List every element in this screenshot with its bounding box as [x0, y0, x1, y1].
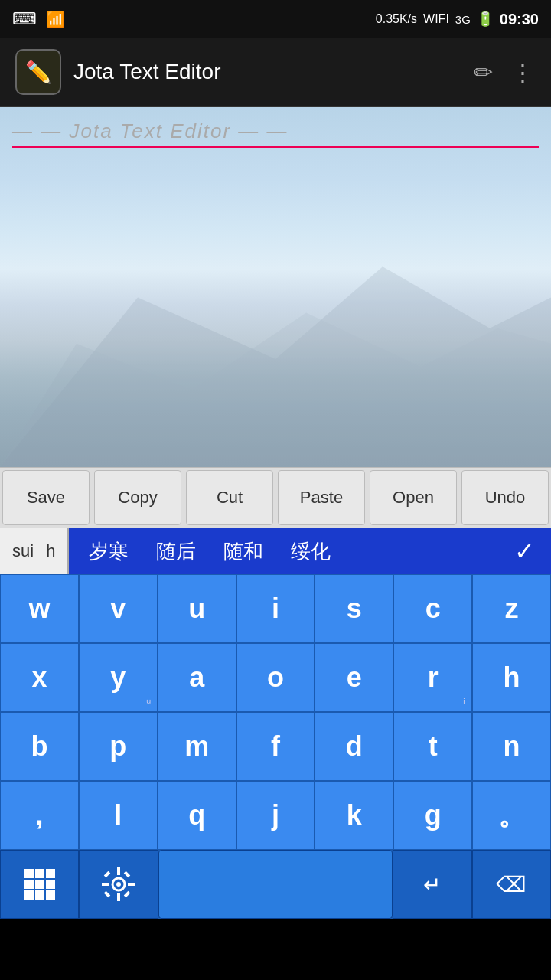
- key-k[interactable]: k: [315, 781, 393, 850]
- time-display: 09:30: [500, 11, 539, 28]
- svg-rect-6: [35, 880, 44, 889]
- key-row-0: wvuiscz: [0, 574, 551, 643]
- key-p[interactable]: p: [79, 712, 158, 781]
- toolbar-btn-copy[interactable]: Copy: [94, 470, 181, 525]
- mountain-illustration: [0, 251, 551, 467]
- battery-icon: 🔋: [477, 11, 494, 28]
- network-type: 3G: [455, 13, 471, 26]
- svg-point-12: [116, 882, 121, 887]
- svg-rect-4: [46, 869, 55, 878]
- svg-rect-2: [24, 869, 34, 878]
- keyboard-backspace-button[interactable]: ⌫: [472, 850, 551, 919]
- key-x[interactable]: x: [0, 643, 79, 712]
- editor-area[interactable]: — — Jota Text Editor — —: [0, 107, 551, 467]
- pinyin-seg-1: sui: [12, 541, 34, 561]
- keyboard-bottom-row: ↵ ⌫: [0, 850, 551, 919]
- toolbar-btn-paste[interactable]: Paste: [278, 470, 365, 525]
- app-bar-left: ✏️ Jota Text Editor: [15, 49, 220, 95]
- wifi-icon: WIFI: [423, 12, 449, 26]
- key-,[interactable]: ,: [0, 781, 79, 850]
- keyboard: wvuisczxyᵤaoerᵢhbpmfdtn,lqjkg。: [0, 574, 551, 850]
- key-e[interactable]: e: [315, 643, 393, 712]
- speed-indicator: 0.35K/s: [376, 12, 417, 26]
- editor-toolbar: SaveCopyCutPasteOpenUndo: [0, 467, 551, 528]
- keyboard-space-button[interactable]: [158, 850, 393, 919]
- keyboard-icon: ⌨: [12, 9, 37, 29]
- pinyin-seg-2: h: [46, 541, 55, 561]
- svg-rect-13: [117, 867, 120, 875]
- app-icon: ✏️: [15, 49, 61, 95]
- key-row-1: xyᵤaoerᵢh: [0, 643, 551, 712]
- app-title: Jota Text Editor: [73, 60, 220, 84]
- key-row-3: ,lqjkg。: [0, 781, 551, 850]
- svg-rect-7: [46, 880, 55, 889]
- svg-rect-17: [104, 871, 110, 877]
- status-left: ⌨ 📶: [12, 9, 65, 29]
- candidate-3[interactable]: 绥化: [277, 538, 344, 565]
- key-w[interactable]: w: [0, 574, 79, 643]
- toolbar-btn-undo[interactable]: Undo: [461, 470, 549, 525]
- key-z[interactable]: z: [472, 574, 551, 643]
- svg-rect-8: [24, 890, 34, 900]
- key-f[interactable]: f: [236, 712, 315, 781]
- key-m[interactable]: m: [158, 712, 236, 781]
- editor-placeholder[interactable]: — — Jota Text Editor — —: [12, 119, 539, 148]
- key-u[interactable]: u: [158, 574, 236, 643]
- keyboard-grid-button[interactable]: [0, 850, 79, 919]
- svg-rect-16: [128, 883, 135, 886]
- overflow-menu-icon[interactable]: ⋮: [511, 59, 536, 86]
- key-j[interactable]: j: [236, 781, 315, 850]
- ime-suggestion-bar: sui h 岁寒随后随和绥化 ✓: [0, 528, 551, 574]
- key-n[interactable]: n: [472, 712, 551, 781]
- key-y[interactable]: yᵤ: [79, 643, 158, 712]
- key-t[interactable]: t: [393, 712, 472, 781]
- key-l[interactable]: l: [79, 781, 158, 850]
- keyboard-enter-button[interactable]: ↵: [393, 850, 471, 919]
- toolbar-btn-save[interactable]: Save: [2, 470, 90, 525]
- svg-rect-20: [124, 891, 130, 897]
- watermark: www.NDUOA.COM 安卓网: [0, 958, 551, 974]
- key-g[interactable]: g: [393, 781, 472, 850]
- candidate-0[interactable]: 岁寒: [75, 538, 142, 565]
- svg-rect-3: [35, 869, 44, 878]
- status-bar: ⌨ 📶 0.35K/s WIFI 3G 🔋 09:30: [0, 0, 551, 38]
- app-bar-actions: ✏ ⋮: [474, 59, 536, 86]
- candidate-2[interactable]: 随和: [210, 538, 277, 565]
- svg-rect-14: [117, 893, 120, 901]
- svg-rect-18: [124, 871, 130, 877]
- svg-rect-9: [35, 890, 44, 900]
- key-d[interactable]: d: [315, 712, 393, 781]
- edit-icon[interactable]: ✏: [474, 59, 493, 86]
- svg-rect-5: [24, 880, 34, 889]
- key-b[interactable]: b: [0, 712, 79, 781]
- svg-rect-15: [102, 883, 109, 886]
- key-。[interactable]: 。: [472, 781, 551, 850]
- key-q[interactable]: q: [158, 781, 236, 850]
- key-row-2: bpmfdtn: [0, 712, 551, 781]
- candidate-1[interactable]: 随后: [142, 538, 210, 565]
- ime-expand-button[interactable]: ✓: [497, 528, 551, 574]
- ime-candidates-area: 岁寒随后随和绥化: [69, 538, 497, 565]
- status-right: 0.35K/s WIFI 3G 🔋 09:30: [376, 11, 539, 28]
- key-c[interactable]: c: [393, 574, 472, 643]
- key-o[interactable]: o: [236, 643, 315, 712]
- key-s[interactable]: s: [315, 574, 393, 643]
- app-bar: ✏️ Jota Text Editor ✏ ⋮: [0, 38, 551, 107]
- ime-pinyin-area: sui h: [0, 528, 69, 574]
- key-r[interactable]: rᵢ: [393, 643, 472, 712]
- svg-rect-10: [46, 890, 55, 900]
- key-v[interactable]: v: [79, 574, 158, 643]
- key-a[interactable]: a: [158, 643, 236, 712]
- keyboard-settings-button[interactable]: [79, 850, 158, 919]
- key-i[interactable]: i: [236, 574, 315, 643]
- signal-icon: 📶: [46, 10, 65, 28]
- key-h[interactable]: h: [472, 643, 551, 712]
- svg-rect-19: [104, 891, 110, 897]
- toolbar-btn-open[interactable]: Open: [370, 470, 457, 525]
- toolbar-btn-cut[interactable]: Cut: [186, 470, 273, 525]
